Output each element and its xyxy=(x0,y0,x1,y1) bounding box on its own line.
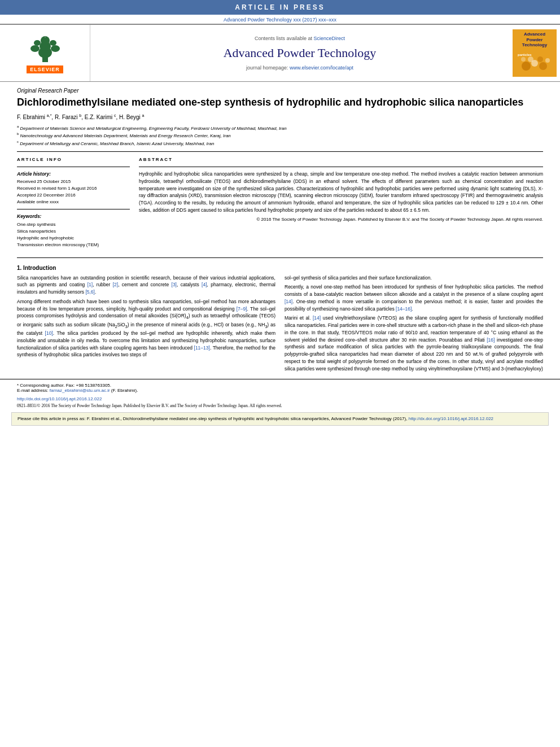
article-info-label: ARTICLE INFO xyxy=(17,156,130,163)
svg-point-12 xyxy=(539,62,547,70)
ref-5-6[interactable]: [5,6] xyxy=(85,289,95,295)
svg-point-16 xyxy=(545,58,550,63)
history-item-3: Accepted 22 December 2016 xyxy=(17,192,130,199)
svg-point-6 xyxy=(34,40,41,46)
ref-10[interactable]: [10] xyxy=(45,330,53,336)
svg-text:particles: particles xyxy=(518,53,532,56)
ref-1[interactable]: [1] xyxy=(88,282,93,287)
body-col-left: Silica nanoparticles have an outstanding… xyxy=(17,274,275,375)
body-col-right: sol–gel synthesis of silica particles an… xyxy=(285,274,543,375)
journal-homepage-line: journal homepage: www.elsevier.com/locat… xyxy=(246,65,353,71)
journal-logo-box: AdvancedPowderTechnology particles xyxy=(513,29,557,77)
ref-14b[interactable]: [14] xyxy=(313,315,321,321)
journal-logo-title: AdvancedPowderTechnology xyxy=(522,32,547,48)
body-para-right-3: Marini et al. [14] used vinyltriethoxysi… xyxy=(285,314,543,372)
affiliations-block: a Department of Materials Science and Me… xyxy=(17,124,543,147)
article-in-press-banner: ARTICLE IN PRESS xyxy=(0,0,560,15)
corresponding-note: * Corresponding author. Fax: +98 5138763… xyxy=(17,383,543,388)
main-content-area: Original Research Paper Dichlorodimethyl… xyxy=(0,82,560,254)
homepage-prefix: journal homepage: xyxy=(246,65,290,71)
journal-header: ELSEVIER Contents lists available at Sci… xyxy=(0,24,560,82)
ref-3[interactable]: [3] xyxy=(172,282,177,287)
history-item-4: Available online xxxx xyxy=(17,199,130,206)
keyword-4: Transmission electron microscopy (TEM) xyxy=(17,242,130,248)
keyword-3: Hydrophilic and hydrophobic xyxy=(17,235,130,242)
svg-point-15 xyxy=(521,57,526,62)
ref-16[interactable]: [16] xyxy=(487,337,495,343)
journal-reference-line: Advanced Powder Technology xxx (2017) xx… xyxy=(0,15,560,24)
keyword-2: Silica nanoparticles xyxy=(17,228,130,235)
article-info-abstract: ARTICLE INFO Article history: Received 2… xyxy=(17,156,543,248)
journal-logo-area: AdvancedPowderTechnology particles xyxy=(509,25,560,81)
ref-14-16[interactable]: [14–16] xyxy=(396,306,412,312)
elsevier-label: ELSEVIER xyxy=(27,65,63,73)
body-para-1: Silica nanoparticles have an outstanding… xyxy=(17,274,275,296)
citation-text: Please cite this article in press as: F.… xyxy=(18,416,407,421)
abstract-label: ABSTRACT xyxy=(139,156,543,163)
footnote-area: * Corresponding author. Fax: +98 5138763… xyxy=(0,379,560,395)
header-divider xyxy=(17,151,543,152)
ref-4[interactable]: [4] xyxy=(202,282,207,287)
abstract-col: ABSTRACT Hydrophilic and hydrophobic sil… xyxy=(139,156,543,248)
authors-line: F. Ebrahimi a,*, R. Farazi b, E.Z. Karim… xyxy=(17,113,543,120)
body-para-2: Among different methods which have been … xyxy=(17,298,275,359)
journal-logo-graphic: particles xyxy=(515,49,554,75)
keywords-label: Keywords: xyxy=(17,213,130,220)
content-divider xyxy=(17,257,543,258)
intro-heading: 1. Introduction xyxy=(17,265,543,271)
ref-7-9[interactable]: [7–9] xyxy=(237,306,247,312)
svg-point-5 xyxy=(51,45,60,52)
ref-11-13[interactable]: [11–13] xyxy=(194,345,210,351)
email-note: E-mail address: farnaz_ebrahimi@stu.um.a… xyxy=(17,388,543,393)
abstract-divider xyxy=(139,167,543,167)
body-content-area: 1. Introduction Silica nanoparticles hav… xyxy=(0,265,560,375)
article-info-col: ARTICLE INFO Article history: Received 2… xyxy=(17,156,130,248)
svg-point-10 xyxy=(522,62,531,71)
history-item-1: Received 25 October 2015 xyxy=(17,178,130,185)
body-para-right-2: Recently, a novel one-step method has be… xyxy=(285,283,543,312)
article-type-label: Original Research Paper xyxy=(17,88,543,94)
keyword-1: One-step synthesis xyxy=(17,221,130,228)
ref-14[interactable]: [14] xyxy=(285,299,292,304)
elsevier-logo-area: ELSEVIER xyxy=(0,25,90,81)
svg-point-7 xyxy=(50,40,56,46)
body-para-right-1: sol–gel synthesis of silica particles an… xyxy=(285,274,543,282)
svg-point-13 xyxy=(528,56,533,62)
body-two-col: Silica nanoparticles have an outstanding… xyxy=(17,274,543,375)
issn-line: 0921–8831/© 2016 The Society of Powder T… xyxy=(0,403,560,409)
journal-title-area: Contents lists available at ScienceDirec… xyxy=(90,25,509,81)
elsevier-logo: ELSEVIER xyxy=(23,33,68,73)
journal-title: Advanced Powder Technology xyxy=(224,46,377,60)
email-link[interactable]: farnaz_ebrahimi@stu.um.ac.ir xyxy=(50,388,110,393)
article-title: Dichlorodimethylsilane mediated one-step… xyxy=(17,96,543,109)
col-divider-1 xyxy=(17,167,130,167)
affiliation-a: a Department of Materials Science and Me… xyxy=(17,124,543,132)
citation-box: Please cite this article in press as: F.… xyxy=(11,412,549,425)
sciencedirect-link[interactable]: ScienceDirect xyxy=(314,36,345,41)
ref-2[interactable]: [2] xyxy=(113,282,118,287)
col-divider-2 xyxy=(17,209,130,209)
doi-line[interactable]: http://dx.doi.org/10.1016/j.apt.2016.12.… xyxy=(0,395,560,403)
abstract-text: Hydrophilic and hydrophobic silica nanop… xyxy=(139,171,543,214)
svg-point-14 xyxy=(537,56,543,62)
affiliation-b: b Nanotechnology and Advanced Materials … xyxy=(17,132,543,139)
citation-link[interactable]: http://dx.doi.org/10.1016/j.apt.2016.12.… xyxy=(409,416,493,421)
history-item-2: Received in revised form 1 August 2016 xyxy=(17,185,130,192)
homepage-link[interactable]: www.elsevier.com/locate/apt xyxy=(290,65,353,71)
history-label: Article history: xyxy=(17,171,130,177)
elsevier-tree-icon xyxy=(23,33,68,64)
contents-prefix: Contents lists available at xyxy=(255,36,314,41)
contents-available-line: Contents lists available at ScienceDirec… xyxy=(255,36,345,41)
copyright-line: © 2016 The Society of Powder Technology … xyxy=(139,216,543,223)
svg-point-4 xyxy=(30,45,40,52)
affiliation-c: c Department of Metallurgy and Ceramic, … xyxy=(17,139,543,147)
